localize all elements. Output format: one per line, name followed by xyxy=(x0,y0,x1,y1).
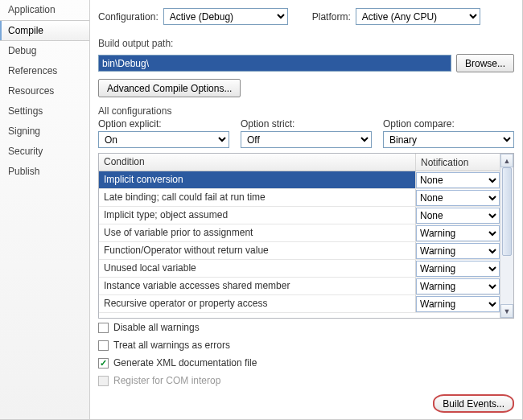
grid-scrollbar[interactable]: ▲ ▼ xyxy=(500,154,513,318)
platform-select[interactable]: Active (Any CPU) xyxy=(356,8,480,25)
grid-row[interactable]: Use of variable prior to assignment Warn… xyxy=(99,224,500,242)
sidebar-item-application[interactable]: Application xyxy=(0,0,89,20)
grid-cell-notification-select[interactable]: Warning xyxy=(416,278,500,294)
grid-row[interactable]: Instance variable accesses shared member… xyxy=(99,278,500,295)
grid-cell-notification-select[interactable]: Warning xyxy=(416,225,500,241)
option-strict-select[interactable]: Off xyxy=(241,131,372,148)
grid-cell-notification-select[interactable]: Warning xyxy=(416,261,500,277)
sidebar-item-debug[interactable]: Debug xyxy=(0,41,89,61)
sidebar-item-resources[interactable]: Resources xyxy=(0,81,89,101)
sidebar-item-label: Resources xyxy=(8,85,54,97)
grid-cell-condition: Recursive operator or property access xyxy=(99,295,416,312)
sidebar-item-label: Settings xyxy=(8,105,43,117)
sidebar-item-settings[interactable]: Settings xyxy=(0,101,89,121)
grid-row[interactable]: Recursive operator or property access Wa… xyxy=(99,295,500,313)
sidebar-item-references[interactable]: References xyxy=(0,61,89,81)
grid-cell-notification-select[interactable]: None xyxy=(416,172,500,188)
grid-header-condition[interactable]: Condition xyxy=(99,154,416,171)
grid-cell-notification-select[interactable]: Warning xyxy=(416,296,500,312)
build-output-path-input[interactable] xyxy=(98,55,451,72)
grid-cell-notification-select[interactable]: None xyxy=(416,208,500,224)
compile-panel: Configuration: Active (Debug) Platform: … xyxy=(90,0,522,419)
register-com-interop-label: Register for COM interop xyxy=(113,375,220,386)
sidebar-item-label: Publish xyxy=(8,166,39,177)
sidebar-item-label: Signing xyxy=(8,126,40,137)
grid-cell-notification-select[interactable]: None xyxy=(416,190,500,206)
browse-button[interactable]: Browse... xyxy=(456,54,514,72)
grid-cell-condition: Unused local variable xyxy=(99,260,416,277)
grid-cell-condition: Late binding; call could fail at run tim… xyxy=(99,189,416,206)
sidebar-item-label: Application xyxy=(8,4,56,15)
treat-warnings-as-errors-label: Treat all warnings as errors xyxy=(113,340,230,351)
grid-cell-condition: Function/Operator without return value xyxy=(99,242,416,259)
register-com-interop-checkbox xyxy=(98,376,109,386)
sidebar-item-signing[interactable]: Signing xyxy=(0,121,89,142)
grid-cell-condition: Use of variable prior to assignment xyxy=(99,224,416,241)
option-explicit-select[interactable]: On xyxy=(98,131,229,148)
scroll-thumb[interactable] xyxy=(502,167,512,256)
sidebar-item-compile[interactable]: Compile xyxy=(0,20,89,41)
sidebar-item-label: Debug xyxy=(8,45,36,56)
treat-warnings-as-errors-checkbox[interactable] xyxy=(98,340,109,351)
scroll-down-icon[interactable]: ▼ xyxy=(500,304,513,318)
sidebar-item-label: References xyxy=(8,65,57,76)
sidebar-item-label: Compile xyxy=(8,25,43,36)
grid-cell-condition: Instance variable accesses shared member xyxy=(99,278,416,294)
platform-label: Platform: xyxy=(312,11,351,23)
grid-row[interactable]: Implicit conversion None xyxy=(99,171,500,189)
scroll-up-icon[interactable]: ▲ xyxy=(500,154,513,167)
grid-row[interactable]: Unused local variable Warning xyxy=(99,260,500,278)
configuration-label: Configuration: xyxy=(98,11,159,23)
grid-row[interactable]: Late binding; call could fail at run tim… xyxy=(99,189,500,207)
option-strict-label: Option strict: xyxy=(241,118,372,130)
build-events-button[interactable]: Build Events... xyxy=(433,394,514,413)
generate-xml-doc-label: Generate XML documentation file xyxy=(113,357,257,369)
grid-row[interactable]: Function/Operator without return value W… xyxy=(99,242,500,260)
option-compare-select[interactable]: Binary xyxy=(383,131,514,148)
option-explicit-label: Option explicit: xyxy=(98,118,229,130)
grid-cell-notification-select[interactable]: Warning xyxy=(416,243,500,259)
grid-header-notification[interactable]: Notification xyxy=(416,154,500,171)
configuration-select[interactable]: Active (Debug) xyxy=(163,8,288,25)
all-configurations-label: All configurations xyxy=(98,105,514,117)
generate-xml-doc-checkbox[interactable]: ✓ xyxy=(98,358,109,369)
build-output-path-label: Build output path: xyxy=(98,38,514,49)
disable-all-warnings-label: Disable all warnings xyxy=(113,322,200,333)
sidebar-item-security[interactable]: Security xyxy=(0,142,89,162)
grid-cell-condition: Implicit conversion xyxy=(99,171,416,188)
sidebar-item-publish[interactable]: Publish xyxy=(0,162,89,182)
disable-all-warnings-checkbox[interactable] xyxy=(98,323,109,333)
grid-cell-condition: Implicit type; object assumed xyxy=(99,207,416,224)
option-compare-label: Option compare: xyxy=(383,118,514,130)
sidebar-item-label: Security xyxy=(8,146,43,157)
warnings-grid: Condition Notification Implicit conversi… xyxy=(98,153,514,319)
grid-body: Implicit conversion None Late binding; c… xyxy=(99,171,500,313)
advanced-compile-options-button[interactable]: Advanced Compile Options... xyxy=(98,79,241,97)
sidebar-nav: Application Compile Debug References Res… xyxy=(0,0,90,419)
grid-row[interactable]: Implicit type; object assumed None xyxy=(99,207,500,224)
